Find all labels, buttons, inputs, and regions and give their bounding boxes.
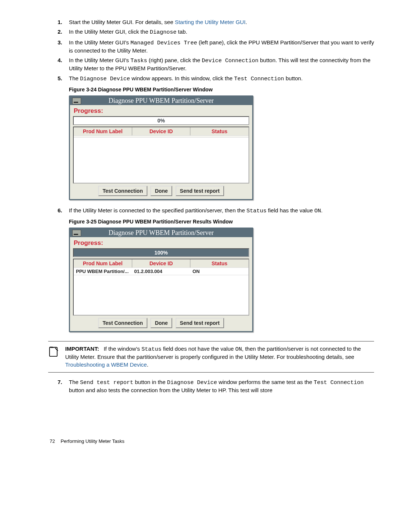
footer-title: Performing Utility Meter Tasks <box>61 438 124 444</box>
diagnose-dialog-results: Diagnose PPU WBEM Partition/Server Progr… <box>69 228 253 332</box>
figure-caption-2: Figure 3-25 Diagnose PPU WBEM Partition/… <box>69 219 374 225</box>
progress-bar: 0% <box>73 116 249 125</box>
col-prod-num[interactable]: Prod Num Label <box>74 127 132 135</box>
step-6: 6. If the Utility Meter is connected to … <box>48 207 374 215</box>
figure-caption-1: Figure 3-24 Diagnose PPU WBEM Partition/… <box>69 87 374 92</box>
step-text: The Send test report button in the Diagn… <box>69 378 374 394</box>
send-test-report-button[interactable]: Send test report <box>176 318 224 328</box>
send-test-report-button[interactable]: Send test report <box>176 186 224 196</box>
link-troubleshooting[interactable]: Troubleshooting a WBEM Device <box>65 361 147 368</box>
important-text: IMPORTANT: If the window's Status field … <box>65 345 374 368</box>
dialog-body: Progress: 0% Prod Num Label Device ID St… <box>70 105 252 199</box>
cell-device-id: 01.2.003.004 <box>132 268 190 275</box>
step-text: Start the Utility Meter GUI. For details… <box>69 18 374 26</box>
step-number: 4. <box>48 57 69 73</box>
test-connection-button[interactable]: Test Connection <box>98 318 147 328</box>
test-connection-button[interactable]: Test Connection <box>98 186 147 196</box>
table-header: Prod Num Label Device ID Status <box>74 259 249 268</box>
progress-bar: 100% <box>73 248 249 257</box>
figure-2: Diagnose PPU WBEM Partition/Server Progr… <box>69 228 374 332</box>
cell-prod-num: PPU WBEM Partition/... <box>74 268 132 275</box>
important-icon <box>48 345 65 368</box>
steps-list: 7. The Send test report button in the Di… <box>48 378 374 394</box>
minimize-icon[interactable] <box>72 98 81 104</box>
step-number: 1. <box>48 18 69 26</box>
step-7: 7. The Send test report button in the Di… <box>48 378 374 394</box>
link-starting-gui[interactable]: Starting the Utility Meter GUI <box>175 19 246 25</box>
col-status[interactable]: Status <box>190 127 249 135</box>
col-prod-num[interactable]: Prod Num Label <box>74 259 132 267</box>
diagnose-dialog-initial: Diagnose PPU WBEM Partition/Server Progr… <box>69 95 253 200</box>
page-number: 72 <box>50 438 59 444</box>
col-status[interactable]: Status <box>190 259 249 267</box>
table-row <box>74 136 249 138</box>
cell-status: ON <box>190 268 249 275</box>
col-device-id[interactable]: Device ID <box>132 127 191 135</box>
step-text: In the Utility Meter GUI's Managed Devic… <box>69 39 374 55</box>
step-3: 3. In the Utility Meter GUI's Managed De… <box>48 39 374 55</box>
step-2: 2. In the Utility Meter GUI, click the D… <box>48 28 374 36</box>
progress-label: Progress: <box>74 239 249 247</box>
dialog-title-text: Diagnose PPU WBEM Partition/Server <box>109 229 214 236</box>
step-number: 6. <box>48 207 69 215</box>
steps-list: 1. Start the Utility Meter GUI. For deta… <box>48 18 374 83</box>
done-button[interactable]: Done <box>150 186 172 196</box>
step-text: The Diagnose Device window appears. In t… <box>69 75 374 83</box>
results-table: Prod Num Label Device ID Status PPU WBEM… <box>73 259 249 316</box>
table-row: PPU WBEM Partition/... 01.2.003.004 ON <box>74 268 249 275</box>
step-text: In the Utility Meter GUI's Tasks (right)… <box>69 57 374 73</box>
step-4: 4. In the Utility Meter GUI's Tasks (rig… <box>48 57 374 73</box>
col-device-id[interactable]: Device ID <box>132 259 191 267</box>
done-button[interactable]: Done <box>150 318 172 328</box>
figure-1: Diagnose PPU WBEM Partition/Server Progr… <box>69 95 374 200</box>
steps-list: 6. If the Utility Meter is connected to … <box>48 207 374 215</box>
table-header: Prod Num Label Device ID Status <box>74 127 249 136</box>
step-number: 3. <box>48 39 69 55</box>
important-callout: IMPORTANT: If the window's Status field … <box>48 341 374 373</box>
page: 1. Start the Utility Meter GUI. For deta… <box>0 0 400 459</box>
step-number: 2. <box>48 28 69 36</box>
dialog-titlebar: Diagnose PPU WBEM Partition/Server <box>70 229 252 237</box>
page-footer: 72 Performing Utility Meter Tasks <box>48 438 374 444</box>
minimize-icon[interactable] <box>72 230 81 236</box>
dialog-titlebar: Diagnose PPU WBEM Partition/Server <box>70 97 252 105</box>
step-1: 1. Start the Utility Meter GUI. For deta… <box>48 18 374 26</box>
button-row: Test Connection Done Send test report <box>73 318 249 328</box>
progress-label: Progress: <box>74 107 249 115</box>
button-row: Test Connection Done Send test report <box>73 186 249 196</box>
step-5: 5. The Diagnose Device window appears. I… <box>48 75 374 83</box>
step-number: 5. <box>48 75 69 83</box>
dialog-body: Progress: 100% Prod Num Label Device ID … <box>70 237 252 331</box>
step-number: 7. <box>48 378 69 394</box>
important-label: IMPORTANT: <box>65 346 99 352</box>
dialog-title-text: Diagnose PPU WBEM Partition/Server <box>109 97 214 104</box>
results-table: Prod Num Label Device ID Status <box>73 127 249 183</box>
step-text: In the Utility Meter GUI, click the Diag… <box>69 28 374 36</box>
step-text: If the Utility Meter is connected to the… <box>69 207 374 215</box>
